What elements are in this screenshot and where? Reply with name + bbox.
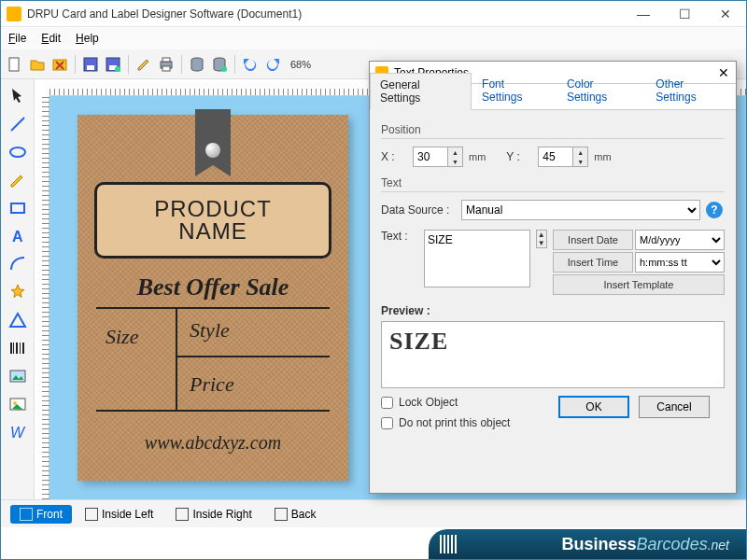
text-tool-icon[interactable]: A	[7, 225, 29, 247]
open-icon[interactable]	[27, 54, 48, 75]
save-icon[interactable]	[80, 54, 101, 75]
vertical-ruler	[35, 96, 49, 499]
barcode-tool-icon[interactable]	[7, 337, 29, 359]
svg-rect-22	[10, 371, 25, 382]
divider	[176, 356, 330, 357]
rect-tool-icon[interactable]	[7, 197, 29, 219]
arc-tool-icon[interactable]	[7, 253, 29, 275]
text-scroll-down[interactable]: ▼	[537, 239, 546, 247]
divider	[96, 307, 330, 309]
svg-rect-20	[20, 343, 21, 354]
svg-point-12	[221, 66, 227, 72]
svg-rect-8	[162, 58, 170, 62]
x-unit: mm	[469, 151, 486, 162]
ok-button[interactable]: OK	[558, 396, 629, 418]
lock-object-checkbox[interactable]	[381, 397, 393, 409]
menu-edit[interactable]: Edit	[41, 32, 61, 45]
preview-box: SIZE	[381, 321, 725, 388]
price-text[interactable]: Price	[190, 372, 234, 397]
menu-file[interactable]: File	[8, 32, 26, 45]
tab-font-settings[interactable]: Font Settings	[472, 72, 557, 109]
tab-inside-right[interactable]: Inside Right	[166, 505, 261, 524]
text-properties-dialog: Text Properties ✕ General Settings Font …	[369, 61, 737, 494]
tab-other-settings[interactable]: Other Settings	[645, 72, 736, 109]
wordart-tool-icon[interactable]: W	[7, 421, 29, 443]
text-label: Text :	[381, 230, 418, 243]
new-icon[interactable]	[5, 54, 25, 75]
divider	[176, 307, 177, 410]
y-label: Y :	[506, 150, 532, 163]
cancel-button[interactable]: Cancel	[639, 396, 710, 418]
insert-time-button[interactable]: Insert Time	[553, 252, 633, 273]
text-input[interactable]: SIZE	[424, 230, 530, 287]
tab-back[interactable]: Back	[265, 505, 326, 524]
svg-rect-15	[11, 203, 24, 213]
svg-text:W: W	[10, 425, 26, 441]
db-icon[interactable]	[187, 54, 207, 75]
help-icon[interactable]: ?	[706, 202, 723, 218]
datasource-label: Data Source :	[381, 203, 456, 217]
offer-text[interactable]: Best Offer Sale	[78, 273, 348, 301]
edit-icon[interactable]	[134, 54, 154, 75]
db-add-icon[interactable]	[209, 54, 230, 75]
noprint-checkbox[interactable]	[381, 417, 393, 429]
y-spinner[interactable]: ▲▼	[573, 147, 588, 167]
minimize-button[interactable]: —	[623, 1, 664, 27]
close-button[interactable]: ✕	[705, 1, 746, 27]
insert-date-button[interactable]: Insert Date	[553, 230, 633, 250]
date-format-select[interactable]: M/d/yyyy	[635, 230, 725, 250]
picture-tool-icon[interactable]	[7, 393, 29, 415]
y-unit: mm	[594, 151, 611, 162]
line-tool-icon[interactable]	[7, 113, 29, 135]
svg-rect-18	[13, 343, 14, 354]
branding-banner: BusinessBarcodes.net	[429, 529, 746, 559]
position-group-label: Position	[381, 123, 725, 136]
save-as-icon[interactable]	[103, 54, 123, 75]
redo-icon[interactable]	[262, 54, 283, 75]
menu-help[interactable]: Help	[76, 32, 99, 45]
titlebar: DRPU Card and Label Designer Software (D…	[1, 1, 746, 27]
close-doc-icon[interactable]	[49, 54, 70, 75]
rivet-shape	[205, 143, 220, 158]
window-title: DRPU Card and Label Designer Software (D…	[27, 7, 623, 21]
y-input[interactable]	[538, 147, 573, 167]
svg-point-6	[115, 66, 120, 72]
ellipse-tool-icon[interactable]	[7, 141, 29, 163]
datasource-select[interactable]: Manual	[461, 200, 700, 220]
tab-inside-left[interactable]: Inside Left	[76, 505, 162, 524]
star-tool-icon[interactable]	[7, 281, 29, 303]
style-text[interactable]: Style	[190, 318, 230, 343]
insert-template-button[interactable]: Insert Template	[553, 274, 725, 295]
tab-color-settings[interactable]: Color Settings	[557, 72, 645, 109]
pointer-tool-icon[interactable]	[7, 85, 29, 107]
lock-object-label: Lock Object	[399, 396, 458, 409]
x-input[interactable]	[413, 147, 448, 167]
tab-general-settings[interactable]: General Settings	[370, 73, 472, 110]
x-spinner[interactable]: ▲▼	[448, 147, 463, 167]
image-tool-icon[interactable]	[7, 365, 29, 387]
preview-label: Preview :	[381, 304, 725, 317]
text-scroll-up[interactable]: ▲	[537, 231, 546, 239]
time-format-select[interactable]: h:mm:ss tt	[635, 252, 725, 273]
print-icon[interactable]	[156, 54, 176, 75]
svg-point-24	[13, 401, 17, 405]
x-label: X :	[381, 150, 407, 163]
tab-front[interactable]: Front	[10, 505, 72, 524]
maximize-button[interactable]: ☐	[664, 1, 705, 27]
triangle-tool-icon[interactable]	[7, 309, 29, 331]
product-name-box[interactable]: PRODUCT NAME	[94, 182, 331, 259]
svg-rect-0	[9, 58, 19, 71]
svg-text:A: A	[12, 229, 23, 245]
dialog-tabs: General Settings Font Settings Color Set…	[370, 84, 736, 110]
divider	[96, 410, 330, 412]
size-text[interactable]: Size	[106, 325, 138, 349]
page-tabs: Front Inside Left Inside Right Back	[1, 499, 746, 527]
app-icon	[7, 7, 21, 21]
url-text[interactable]: www.abcdxyz.com	[78, 432, 348, 454]
svg-rect-21	[22, 343, 24, 354]
label-card[interactable]: PRODUCT NAME Best Offer Sale Size Style …	[78, 115, 348, 481]
pencil-tool-icon[interactable]	[7, 169, 29, 191]
text-group-label: Text	[381, 176, 725, 189]
svg-line-13	[11, 118, 24, 131]
undo-icon[interactable]	[240, 54, 261, 75]
